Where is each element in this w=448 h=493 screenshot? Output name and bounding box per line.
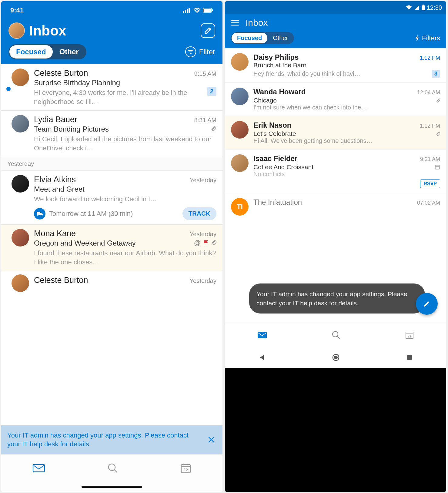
svg-rect-16 bbox=[423, 5, 424, 5]
back-triangle-icon bbox=[258, 354, 266, 361]
status-time: 12:30 bbox=[427, 4, 442, 11]
ios-outlook-screen: 9:41 Inbox Focused Other bbox=[1, 1, 222, 492]
message-time: Yesterday bbox=[190, 231, 216, 238]
banner-close-button[interactable] bbox=[206, 434, 216, 445]
nav-back[interactable] bbox=[258, 354, 266, 361]
calendar-icon: 21 bbox=[405, 330, 414, 340]
bottom-tab-bar: 21 bbox=[225, 323, 446, 347]
android-status-bar: 12:30 bbox=[225, 1, 446, 14]
svg-rect-6 bbox=[204, 9, 211, 12]
message-item[interactable]: Erik Nason 1:12 PM Let's Celebrate Hi Al… bbox=[225, 116, 446, 149]
tab-search[interactable] bbox=[332, 330, 341, 340]
lightning-icon bbox=[415, 35, 420, 42]
message-time: 8:31 AM bbox=[194, 117, 216, 124]
message-preview: I found these restaurants near our Airbn… bbox=[34, 249, 216, 267]
tab-search[interactable] bbox=[107, 463, 118, 474]
svg-rect-11 bbox=[33, 464, 45, 472]
svg-rect-24 bbox=[407, 355, 412, 360]
attachment-icon bbox=[211, 240, 216, 246]
search-icon bbox=[107, 463, 118, 474]
message-item[interactable]: Lydia Bauer 8:31 AM Team Bonding Picture… bbox=[1, 111, 222, 157]
tab-other[interactable]: Other bbox=[267, 33, 293, 43]
attachment-icon bbox=[435, 131, 440, 137]
nav-home[interactable] bbox=[332, 354, 340, 361]
sender-avatar: TI bbox=[231, 198, 249, 216]
tab-calendar[interactable]: 12 bbox=[180, 463, 191, 474]
tab-focused[interactable]: Focused bbox=[9, 45, 53, 59]
svg-rect-0 bbox=[183, 11, 184, 13]
menu-button[interactable] bbox=[231, 20, 239, 26]
tab-mail[interactable] bbox=[257, 331, 267, 339]
ios-status-bar: 9:41 bbox=[1, 1, 222, 19]
rsvp-button[interactable]: RSVP bbox=[420, 179, 440, 188]
filters-button[interactable]: Filters bbox=[415, 34, 440, 42]
message-preview: Hi All, We've been getting some question… bbox=[253, 137, 440, 144]
track-button[interactable]: TRACK bbox=[182, 207, 217, 220]
mention-icon: @ bbox=[194, 239, 201, 247]
message-item[interactable]: Celeste Burton 9:15 AM Surprise Birthday… bbox=[1, 64, 222, 111]
thread-count-badge: 2 bbox=[207, 87, 216, 96]
filter-button[interactable]: Filter bbox=[185, 46, 215, 57]
svg-text:21: 21 bbox=[408, 334, 411, 338]
message-preview: No conflicts bbox=[253, 171, 440, 178]
svg-point-12 bbox=[109, 464, 115, 471]
pencil-icon bbox=[423, 300, 431, 308]
compose-icon bbox=[204, 27, 212, 35]
compose-button[interactable] bbox=[201, 23, 215, 38]
sender-name: Isaac Fielder bbox=[253, 154, 297, 163]
message-item[interactable]: Celeste Burton Yesterday bbox=[1, 271, 222, 298]
message-subject: Brunch at the Barn bbox=[253, 62, 440, 69]
message-list[interactable]: Daisy Philips 1:12 PM Brunch at the Barn… bbox=[225, 48, 446, 323]
sender-avatar bbox=[231, 53, 249, 71]
message-subject: Chicago bbox=[253, 97, 277, 104]
sender-name: Daisy Philips bbox=[253, 53, 299, 62]
message-item[interactable]: Isaac Fielder 9:21 AM Coffee And Croissa… bbox=[225, 149, 446, 193]
page-title: Inbox bbox=[246, 18, 268, 28]
attachment-icon bbox=[210, 126, 216, 132]
svg-rect-3 bbox=[189, 8, 190, 13]
svg-point-23 bbox=[334, 356, 338, 359]
svg-rect-17 bbox=[435, 165, 440, 169]
battery-icon bbox=[421, 5, 425, 11]
attachment-icon bbox=[435, 97, 440, 103]
tab-focused[interactable]: Focused bbox=[232, 33, 267, 43]
hamburger-icon bbox=[231, 20, 239, 26]
message-item[interactable]: Daisy Philips 1:12 PM Brunch at the Barn… bbox=[225, 48, 446, 83]
sender-avatar bbox=[231, 121, 249, 139]
message-item[interactable]: Mona Kane Yesterday Oregon and Weekend G… bbox=[1, 225, 222, 271]
filters-label: Filters bbox=[422, 34, 440, 42]
ios-header: Inbox Focused Other Filter bbox=[1, 19, 222, 64]
message-subject: Team Bonding Pictures bbox=[34, 125, 109, 133]
event-time-text: Tomorrow at 11 AM (30 min) bbox=[49, 210, 179, 218]
tab-other[interactable]: Other bbox=[53, 45, 85, 59]
svg-text:12: 12 bbox=[184, 468, 188, 472]
recent-square-icon bbox=[406, 354, 413, 361]
search-icon bbox=[332, 330, 341, 340]
it-admin-toast: Your IT admin has changed your app setti… bbox=[249, 283, 425, 314]
home-indicator[interactable] bbox=[1, 481, 222, 492]
mail-icon bbox=[32, 464, 45, 473]
message-item[interactable]: Elvia Atkins Yesterday Meet and Greet We… bbox=[1, 171, 222, 225]
svg-rect-15 bbox=[422, 5, 425, 10]
nav-recent[interactable] bbox=[406, 354, 413, 361]
tab-calendar[interactable]: 21 bbox=[405, 330, 414, 340]
message-subject: Surprise Birthday Planning bbox=[34, 79, 216, 87]
section-header-yesterday: Yesterday bbox=[1, 157, 222, 171]
message-item[interactable]: Wanda Howard 12:04 AM Chicago I'm not su… bbox=[225, 83, 446, 116]
tab-mail[interactable] bbox=[32, 464, 45, 473]
shipping-icon bbox=[34, 208, 45, 220]
compose-fab[interactable] bbox=[416, 293, 438, 315]
message-subject: Coffee And Croissant bbox=[253, 163, 313, 171]
sender-avatar bbox=[231, 154, 249, 172]
account-avatar[interactable] bbox=[8, 22, 25, 39]
svg-point-10 bbox=[41, 214, 42, 216]
unread-dot-icon bbox=[6, 87, 11, 91]
message-preview: We look forward to welcoming Cecil in t… bbox=[34, 195, 216, 204]
sender-avatar bbox=[12, 274, 29, 292]
message-list[interactable]: Celeste Burton 9:15 AM Surprise Birthday… bbox=[1, 64, 222, 425]
sender-avatar bbox=[12, 69, 29, 86]
message-item[interactable]: TI The Infatuation 07:02 AM bbox=[225, 193, 446, 220]
android-nav-bar bbox=[225, 347, 446, 368]
mail-icon bbox=[257, 331, 267, 339]
sender-name: Celeste Burton bbox=[34, 276, 88, 285]
